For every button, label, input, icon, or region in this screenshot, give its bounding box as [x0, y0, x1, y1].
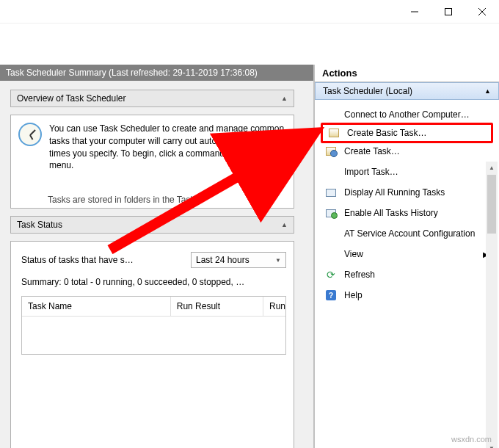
action-create-task[interactable]: Create Task…	[318, 141, 496, 162]
action-connect-computer[interactable]: Connect to Another Computer…	[318, 104, 496, 125]
action-label: Create Task…	[344, 146, 489, 156]
actions-group-label: Task Scheduler (Local)	[323, 86, 484, 96]
action-label: AT Service Account Configuration	[344, 228, 489, 239]
svg-rect-1	[445, 8, 452, 15]
overview-body: You can use Task Scheduler to create and…	[49, 123, 286, 200]
refresh-icon: ⟳	[325, 269, 337, 281]
actions-pane: Actions Task Scheduler (Local) ▲ Connect…	[314, 65, 499, 448]
task-icon	[325, 145, 337, 157]
overview-box: You can use Task Scheduler to create and…	[10, 115, 294, 209]
collapse-arrow-icon: ▲	[281, 95, 288, 102]
clock-icon	[18, 123, 42, 146]
left-scrollbar[interactable]: ▲ ▼	[486, 162, 498, 448]
table-header: Task Name Run Result Run	[22, 297, 285, 317]
tasks-table: Task Name Run Result Run	[21, 296, 286, 355]
blank-icon	[325, 228, 337, 239]
status-range-dropdown[interactable]: Last 24 hours ▼	[191, 252, 286, 268]
action-label: Display All Running Tasks	[344, 187, 489, 198]
chevron-down-icon: ▼	[275, 257, 281, 264]
action-create-basic-task[interactable]: Create Basic Task…	[321, 123, 493, 143]
overview-header[interactable]: Overview of Task Scheduler ▲	[10, 90, 294, 107]
action-display-running-tasks[interactable]: Display All Running Tasks	[318, 182, 496, 203]
action-label: View	[344, 249, 476, 259]
enable-history-icon	[325, 207, 337, 219]
task-status-header[interactable]: Task Status ▲	[10, 216, 294, 234]
basic-task-icon	[328, 127, 340, 139]
summary-header-text: Task Scheduler Summary (Last refreshed: …	[6, 68, 258, 78]
blank-icon	[325, 248, 337, 260]
status-summary-line: Summary: 0 total - 0 running, 0 succeede…	[21, 277, 286, 287]
collapse-arrow-icon: ▲	[484, 87, 491, 95]
summary-header: Task Scheduler Summary (Last refreshed: …	[0, 65, 313, 81]
actions-header: Actions	[315, 65, 499, 82]
action-label: Enable All Tasks History	[344, 208, 489, 218]
action-label: Import Task…	[344, 167, 489, 177]
summary-pane: Task Scheduler Summary (Last refreshed: …	[0, 65, 314, 448]
collapse-arrow-icon: ▲	[281, 221, 288, 228]
scroll-thumb[interactable]	[487, 175, 496, 234]
col-run[interactable]: Run	[263, 297, 285, 316]
close-button[interactable]	[465, 0, 499, 24]
overview-truncated: Tasks are stored in folders in the Task	[48, 195, 286, 205]
action-enable-tasks-history[interactable]: Enable All Tasks History	[318, 203, 496, 223]
action-import-task[interactable]: Import Task…	[318, 162, 496, 182]
task-status-title: Task Status	[17, 220, 277, 230]
action-label: Refresh	[344, 270, 489, 280]
col-task-name[interactable]: Task Name	[22, 297, 171, 316]
window-titlebar	[0, 0, 499, 24]
action-label: Help	[344, 290, 489, 300]
maximize-button[interactable]	[431, 0, 465, 24]
minimize-button[interactable]	[398, 0, 431, 24]
blank-icon	[325, 109, 337, 120]
dropdown-value: Last 24 hours	[196, 255, 271, 265]
task-status-box: Status of tasks that have s… Last 24 hou…	[10, 241, 294, 448]
overview-title: Overview of Task Scheduler	[17, 93, 277, 104]
action-view[interactable]: View ▶	[318, 244, 496, 264]
actions-list: Connect to Another Computer… Create Basi…	[315, 100, 499, 310]
actions-group-header[interactable]: Task Scheduler (Local) ▲	[315, 82, 499, 100]
display-tasks-icon	[325, 187, 337, 198]
col-run-result[interactable]: Run Result	[171, 297, 263, 316]
action-at-service-account[interactable]: AT Service Account Configuration	[318, 223, 496, 244]
watermark: wsxdn.com	[451, 435, 492, 444]
blank-icon	[325, 166, 337, 178]
help-icon: ?	[325, 289, 337, 301]
action-refresh[interactable]: ⟳ Refresh	[318, 264, 496, 285]
action-label: Create Basic Task…	[347, 128, 486, 138]
action-label: Connect to Another Computer…	[344, 109, 489, 120]
scroll-up-icon[interactable]: ▲	[486, 162, 498, 173]
status-range-label: Status of tasks that have s…	[21, 255, 182, 265]
action-help[interactable]: ? Help	[318, 285, 496, 306]
